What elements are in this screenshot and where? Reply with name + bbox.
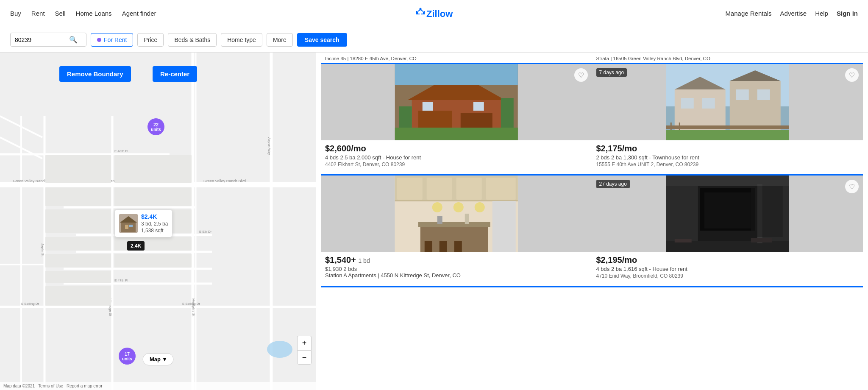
svg-text:Memphis St: Memphis St (192, 298, 195, 317)
nav-advertise[interactable]: Advertise (780, 10, 807, 17)
svg-rect-87 (397, 178, 423, 200)
map-price-pin[interactable]: 2.4K (127, 241, 145, 251)
price-button[interactable]: Price (137, 33, 164, 47)
zillow-logo[interactable]: Zillow (409, 5, 459, 22)
listing-price-3: $1,540+ 1 bd (325, 255, 588, 265)
tooltip-info: $2.4K 3 bd, 2.5 ba 1,538 sqft (141, 213, 168, 234)
for-rent-dot (97, 38, 101, 42)
svg-point-52 (267, 341, 292, 358)
more-button[interactable]: More (267, 33, 293, 47)
listing-badge-2: 7 days ago (596, 68, 627, 77)
recenter-button[interactable]: Re-center (153, 66, 197, 82)
svg-rect-88 (427, 178, 452, 200)
addr-headers-row: Incline 45 | 18280 E 45th Ave, Denver, C… (321, 53, 863, 64)
listings-area: Incline 45 | 18280 E 45th Ave, Denver, C… (316, 53, 868, 390)
listing-info-4: $2,195/mo 4 bds 2 ba 1,616 sqft - House … (592, 252, 863, 281)
listing-image-4[interactable]: ♡ 27 days ago (592, 176, 863, 252)
listing-card-4: ♡ 27 days ago $2,195/mo 4 bds 2 ba 1,616… (592, 176, 863, 287)
svg-rect-97 (425, 241, 432, 252)
search-input-wrap: 🔍 (10, 33, 86, 47)
listing-badge-4: 27 days ago (596, 180, 630, 188)
map-type-button[interactable]: Map ▾ (142, 353, 173, 365)
map-bottom-bar: Map data ©2021 Terms of Use Report a map… (0, 382, 316, 390)
svg-point-96 (475, 202, 485, 212)
nav-sign-in[interactable]: Sign in (837, 10, 858, 17)
svg-rect-67 (395, 64, 518, 85)
map-zoom-controls: + − (297, 336, 312, 365)
svg-rect-108 (666, 176, 789, 186)
map-type-label: Map (150, 356, 161, 362)
svg-rect-48 (114, 237, 192, 251)
svg-rect-42 (45, 209, 111, 233)
home-type-button[interactable]: Home type (221, 33, 262, 47)
svg-text:E 47th Pl: E 47th Pl (114, 279, 128, 282)
nav-buy[interactable]: Buy (10, 10, 21, 17)
listing-heart-4[interactable]: ♡ (845, 180, 859, 193)
svg-rect-112 (674, 239, 691, 242)
listing-details-2: 2 bds 2 ba 1,300 sqft - Townhouse for re… (596, 154, 859, 161)
main-content: Green Valley Ranch Blvd Green Valley Ran… (0, 53, 868, 390)
map-data-credit: Map data ©2021 (3, 384, 35, 388)
svg-rect-40 (114, 155, 192, 183)
nav-manage-rentals[interactable]: Manage Rentals (725, 10, 771, 17)
save-search-button[interactable]: Save search (297, 33, 347, 47)
svg-rect-101 (465, 214, 469, 224)
svg-rect-56 (125, 225, 128, 229)
svg-rect-82 (757, 89, 770, 100)
listing-price-2: $2,175/mo (596, 144, 859, 153)
tooltip-inner: $2.4K 3 bd, 2.5 ba 1,538 sqft (119, 213, 168, 234)
listing-info-1: $2,600/mo 4 bds 2.5 ba 2,000 sqft - Hous… (321, 140, 592, 169)
listing-image-3[interactable] (321, 176, 592, 252)
nav-rent[interactable]: Rent (31, 10, 45, 17)
svg-rect-38 (45, 187, 111, 206)
svg-rect-80 (702, 98, 715, 109)
svg-rect-93 (418, 222, 490, 227)
listing-image-1[interactable]: ♡ (321, 64, 592, 140)
svg-rect-45 (45, 254, 111, 267)
remove-boundary-button[interactable]: Remove Boundary (59, 66, 131, 82)
chevron-down-icon: ▾ (163, 356, 166, 362)
zoom-out-button[interactable]: − (297, 350, 312, 365)
listing-info-2: $2,175/mo 2 bds 2 ba 1,300 sqft - Townho… (592, 140, 863, 169)
listing-heart-1[interactable]: ♡ (574, 68, 588, 82)
map-tooltip: $2.4K 3 bd, 2.5 ba 1,538 sqft (114, 209, 172, 237)
svg-rect-109 (666, 241, 789, 252)
svg-rect-75 (666, 125, 789, 129)
svg-text:E Elk Dr: E Elk Dr (199, 230, 212, 234)
listing-card-3: $1,540+ 1 bd $1,930 2 bds Station A Apar… (321, 176, 592, 287)
svg-rect-78 (666, 130, 789, 140)
nav-agent-finder[interactable]: Agent finder (122, 10, 156, 17)
report-error-link[interactable]: Report a map error (67, 384, 102, 388)
beds-baths-button[interactable]: Beds & Baths (168, 33, 217, 47)
cluster-units-2: units (122, 357, 132, 361)
nav-sell[interactable]: Sell (55, 10, 66, 17)
search-input[interactable] (15, 36, 66, 43)
terms-of-use-link[interactable]: Terms of Use (38, 384, 63, 388)
listing-heart-2[interactable]: ♡ (845, 68, 859, 82)
listing-info-3: $1,540+ 1 bd $1,930 2 bds Station A Apar… (321, 252, 592, 281)
map-cluster-17[interactable]: 17 units (119, 348, 136, 365)
map-cluster-22[interactable]: 22 units (147, 118, 164, 135)
listing-details-1: 4 bds 2.5 ba 2,000 sqft - House for rent (325, 154, 588, 161)
svg-rect-57 (129, 225, 133, 227)
for-rent-button[interactable]: For Rent (91, 33, 133, 47)
nav-left: Buy Rent Sell Home Loans Agent finder (10, 10, 156, 17)
svg-rect-49 (114, 254, 192, 267)
svg-rect-113 (751, 238, 772, 242)
svg-rect-111 (751, 186, 782, 237)
zoom-in-button[interactable]: + (297, 336, 312, 350)
listing-details-4: 4 bds 2 ba 1,616 sqft - House for rent (596, 266, 859, 272)
svg-rect-100 (437, 216, 442, 224)
map-area: Green Valley Ranch Blvd Green Valley Ran… (0, 53, 316, 390)
search-icon[interactable]: 🔍 (69, 36, 78, 44)
tooltip-details2: 1,538 sqft (141, 228, 168, 234)
nav-help[interactable]: Help (815, 10, 828, 17)
nav-home-loans[interactable]: Home Loans (76, 10, 112, 17)
cluster-units: units (151, 127, 161, 132)
listing-image-2[interactable]: ♡ 7 days ago (592, 64, 863, 140)
listing-price-sub: 1 bd (358, 257, 370, 264)
svg-text:Airport Way: Airport Way (267, 137, 271, 155)
svg-rect-41 (114, 187, 192, 206)
svg-rect-81 (736, 89, 748, 100)
svg-rect-46 (45, 271, 111, 283)
